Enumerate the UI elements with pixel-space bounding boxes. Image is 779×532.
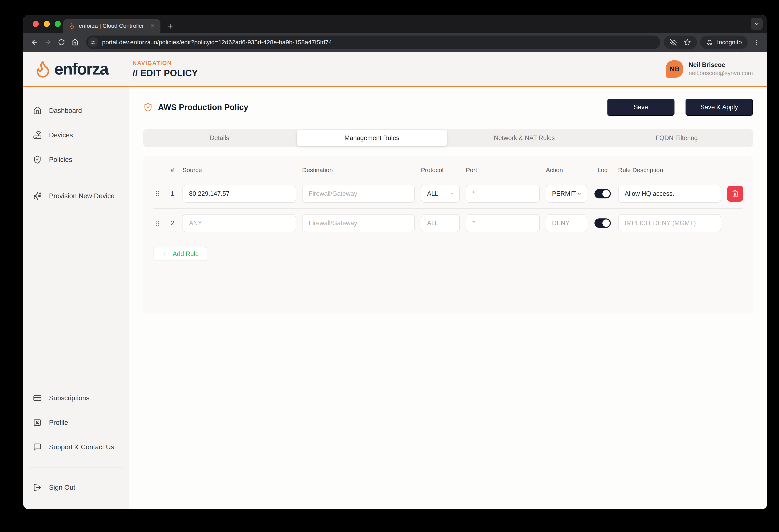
grip-dots-icon [154,220,161,227]
shield-check-icon [33,155,42,164]
policy-title: AWS Production Policy [158,103,248,112]
browser-tab[interactable]: enforza | Cloud Controller [63,19,161,33]
back-arrow-icon [31,39,38,46]
protocol-select[interactable]: ALL [421,185,460,203]
port-input[interactable] [466,185,540,203]
zoom-window-button[interactable] [55,21,61,27]
window-controls [33,21,61,27]
avatar: NB [666,60,683,78]
flame-logo-icon [34,60,52,78]
user-name: Neil Briscoe [688,61,753,69]
source-input[interactable] [182,185,296,203]
sidebar-item-sign-out[interactable]: Sign Out [23,475,129,500]
sidebar-item-devices[interactable]: Devices [23,123,129,147]
delete-rule-button[interactable] [727,186,743,202]
sidebar-item-label: Profile [49,419,68,426]
sidebar-item-label: Subscriptions [49,394,89,402]
close-window-button[interactable] [33,21,39,27]
nav-label: NAVIGATION [133,60,198,66]
add-rule-button[interactable]: Add Rule [153,247,207,261]
policy-tabs: Details Management Rules Network & NAT R… [143,129,753,147]
shield-check-icon [143,103,153,112]
plus-icon [162,251,168,257]
log-toggle[interactable] [594,219,611,228]
column-header-description: Rule Description [618,167,721,174]
rule-description-input[interactable] [618,185,721,203]
message-square-icon [33,443,42,451]
drag-handle[interactable] [153,190,162,197]
browser-toolbar: portal.dev.enforza.io/policies/edit?poli… [23,33,767,52]
sidebar-item-subscriptions[interactable]: Subscriptions [23,386,129,410]
destination-input[interactable] [302,214,415,232]
url-text: portal.dev.enforza.io/policies/edit?poli… [102,39,332,46]
sidebar-item-provision-new-device[interactable]: Provision New Device [23,184,129,208]
tab-network-nat-rules[interactable]: Network & NAT Rules [448,129,601,147]
sidebar: Dashboard Devices Policies Provision New… [23,87,129,509]
new-tab-button[interactable] [167,22,174,30]
log-out-icon [33,483,42,492]
trash-icon [731,190,739,197]
rule-number: 1 [168,190,176,197]
tune-icon [90,39,96,45]
destination-input[interactable] [302,185,415,203]
page-title: // EDIT POLICY [133,68,198,78]
enforza-app: enforza NAVIGATION // EDIT POLICY NB Nei… [23,52,767,509]
sidebar-item-label: Dashboard [49,107,82,115]
column-header-log: Log [593,167,612,174]
column-header-source: Source [182,167,296,174]
sparkles-icon [33,192,42,200]
eye-off-icon[interactable] [670,39,677,46]
minimize-window-button[interactable] [44,21,50,27]
column-header-num: # [168,167,176,174]
flame-favicon-icon [69,23,75,29]
sidebar-item-label: Support & Contact Us [49,443,114,451]
user-email: neil.briscoe@synvu.com [688,70,753,76]
url-action-pill [664,36,697,49]
incognito-icon [706,39,713,46]
sidebar-divider [28,467,123,468]
sidebar-item-profile[interactable]: Profile [23,410,129,435]
management-rules-panel: # Source Destination Protocol Port Actio… [143,156,753,314]
back-button[interactable] [28,36,41,48]
bookmark-star-icon[interactable] [684,39,691,46]
save-button[interactable]: Save [607,99,674,116]
incognito-badge: Incognito [700,36,747,49]
column-header-action: Action [546,167,587,174]
rule-row-1: 1 ALL PERMIT [153,179,743,209]
reload-button[interactable] [56,36,67,48]
kebab-menu-icon [753,39,760,46]
tab-search-button[interactable] [751,18,763,30]
app-header: enforza NAVIGATION // EDIT POLICY NB Nei… [23,52,767,87]
column-header-port: Port [466,167,540,174]
tab-management-rules[interactable]: Management Rules [297,130,447,146]
contact-card-icon [33,418,42,427]
grip-dots-icon [154,190,161,197]
url-bar[interactable]: portal.dev.enforza.io/policies/edit?poli… [86,36,660,49]
sidebar-item-label: Devices [49,131,73,139]
rule-description-input[interactable] [618,214,721,232]
user-info: NB Neil Briscoe neil.briscoe@synvu.com [666,60,753,78]
tab-close-icon[interactable] [150,23,155,28]
log-toggle[interactable] [594,189,611,198]
site-settings-button[interactable] [88,37,99,48]
forward-button[interactable] [42,36,54,48]
browser-menu-button[interactable] [751,37,762,48]
tab-title: enforza | Cloud Controller [79,23,144,29]
sidebar-item-dashboard[interactable]: Dashboard [23,99,129,123]
tab-details[interactable]: Details [143,129,296,147]
forward-arrow-icon [44,39,52,46]
drag-handle[interactable] [153,220,162,227]
sidebar-item-support[interactable]: Support & Contact Us [23,435,129,459]
action-select[interactable]: PERMIT [546,185,587,203]
home-button[interactable] [69,36,81,48]
sidebar-item-policies[interactable]: Policies [23,147,129,172]
sidebar-item-label: Sign Out [49,484,75,491]
port-input[interactable] [466,214,540,232]
source-input[interactable] [182,214,296,232]
home-icon [71,39,78,46]
tab-fqdn-filtering[interactable]: FQDN Filtering [601,129,753,147]
action-select: DENY [546,214,587,232]
router-icon [33,131,42,139]
column-header-destination: Destination [302,167,415,174]
save-apply-button[interactable]: Save & Apply [685,99,753,116]
